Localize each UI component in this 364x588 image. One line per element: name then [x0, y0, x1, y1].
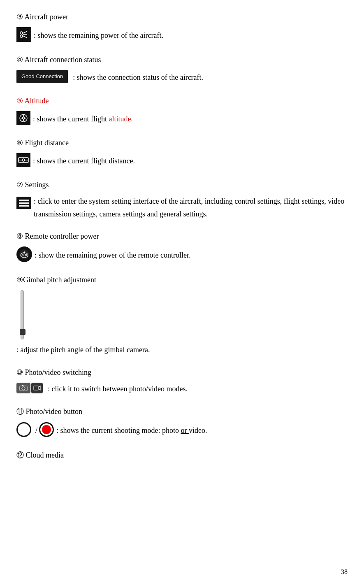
switch-icon: [16, 383, 45, 393]
svg-line-3: [23, 36, 28, 38]
heading-aircraft-power: ③ Aircraft power: [16, 12, 348, 21]
gimbal-track[interactable]: [21, 290, 24, 339]
gimbal-slider-container: [16, 290, 348, 339]
camera-mode-icon: [16, 383, 30, 393]
heading-rc-power: ⑧ Remote controller power: [16, 232, 348, 241]
svg-point-12: [22, 159, 25, 161]
section-cloud-media: ⑫ Cloud media: [16, 450, 348, 460]
slash-separator: /: [35, 424, 37, 437]
section-settings: ⑦ Settings : click to enter the system s…: [16, 180, 348, 220]
settings-icon: [16, 197, 31, 209]
good-connection-badge: Good Connection: [16, 70, 70, 83]
heading-altitude: ⑤ Altitude: [16, 96, 348, 105]
heading-cloud-media: ⑫ Cloud media: [16, 450, 348, 460]
section-gimbal-pitch: ⑨Gimbal pitch adjustment : adjust the pi…: [16, 275, 348, 356]
svg-point-1: [20, 35, 23, 37]
section-photo-video-switch: ⑩ Photo/video switching: [16, 368, 348, 395]
gimbal-thumb[interactable]: [20, 329, 26, 335]
svg-rect-24: [34, 386, 38, 390]
settings-description: : click to enter the system setting inte…: [16, 195, 348, 220]
svg-rect-23: [22, 385, 23, 386]
section-aircraft-connection: ④ Aircraft connection status Good Connec…: [16, 55, 348, 85]
video-mode-icon: [31, 383, 43, 393]
heading-photo-video-switch: ⑩ Photo/video switching: [16, 368, 348, 377]
altitude-icon: [16, 111, 30, 125]
svg-point-7: [23, 117, 25, 119]
altitude-description: : shows the current flight altitude.: [16, 111, 348, 127]
rc-power-description: : show the remaining power of the remote…: [16, 246, 348, 264]
heading-gimbal-pitch: ⑨Gimbal pitch adjustment: [16, 275, 348, 284]
flight-distance-description: : shows the current flight distance.: [16, 153, 348, 169]
section-flight-distance: ⑥ Flight distance : shows the current fl…: [16, 138, 348, 169]
svg-point-22: [22, 387, 25, 390]
aircraft-power-description: : shows the remaining power of the aircr…: [16, 27, 348, 44]
heading-flight-distance: ⑥ Flight distance: [16, 138, 348, 147]
video-button-icon: [39, 422, 54, 437]
section-aircraft-power: ③ Aircraft power : shows the remaining p…: [16, 12, 348, 44]
rc-icon: [16, 246, 32, 262]
section-altitude: ⑤ Altitude : shows the current flight al…: [16, 96, 348, 127]
gimbal-description: : adjust the pitch angle of the gimbal c…: [16, 344, 348, 356]
heading-photo-video-button: ⑪ Photo/video button: [16, 407, 348, 416]
svg-rect-19: [23, 252, 25, 253]
heading-settings: ⑦ Settings: [16, 180, 348, 189]
photo-video-switch-description: : click it to switch between photo/video…: [16, 383, 348, 395]
section-rc-power: ⑧ Remote controller power : show the rem…: [16, 232, 348, 264]
section-photo-video-button: ⑪ Photo/video button / : shows the curre…: [16, 407, 348, 439]
aircraft-connection-description: Good Connection : shows the connection s…: [16, 70, 348, 85]
svg-line-2: [23, 31, 28, 34]
svg-point-0: [20, 32, 23, 34]
photo-button-icon: [16, 422, 31, 437]
aircraft-power-icon: [16, 27, 31, 42]
photo-video-button-description: / : shows the current shooting mode: pho…: [16, 422, 348, 439]
page-number: 38: [341, 568, 348, 576]
heading-aircraft-connection: ④ Aircraft connection status: [16, 55, 348, 64]
distance-icon: [16, 153, 30, 167]
